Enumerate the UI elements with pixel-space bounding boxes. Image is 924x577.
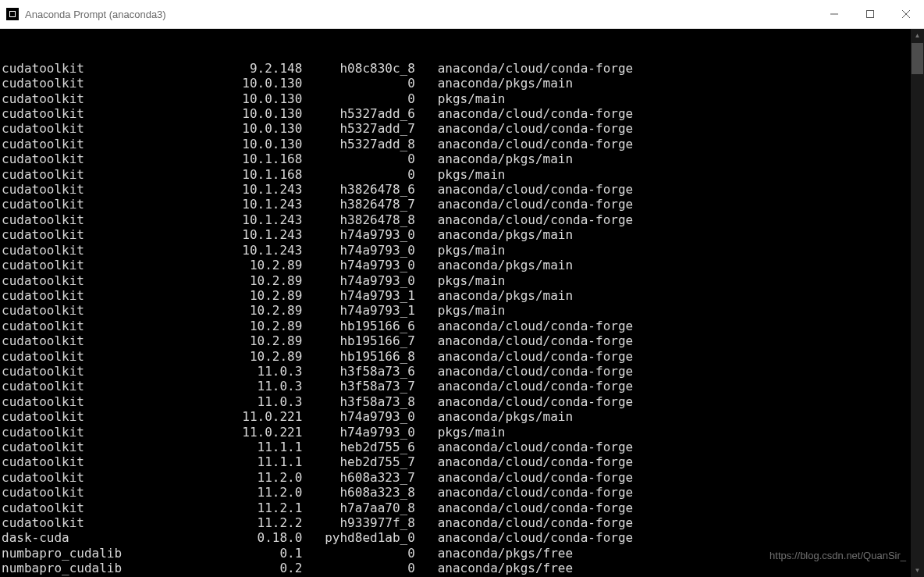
package-row: cudatoolkit10.2.89hb195166_6anaconda/clo… (2, 319, 911, 333)
package-row: cudatoolkit10.1.243h3826478_8anaconda/cl… (2, 212, 911, 227)
package-build: h7a7aa70_8 (302, 500, 437, 515)
package-channel: anaconda/cloud/conda-forge (438, 440, 633, 454)
package-build: h5327add_8 (302, 137, 437, 151)
scroll-up-icon[interactable]: ▲ (911, 29, 924, 42)
package-channel: anaconda/cloud/conda-forge (438, 333, 633, 348)
package-channel: pkgs/main (438, 91, 506, 106)
package-build: h74a9793_0 (302, 258, 437, 272)
package-row: dask-cuda0.18.0pyhd8ed1ab_0anaconda/clou… (2, 530, 911, 545)
terminal-container: cudatoolkit9.2.148h08c830c_8anaconda/clo… (0, 29, 924, 577)
package-row: cudatoolkit11.1.1heb2d755_6anaconda/clou… (2, 440, 911, 454)
package-version: 10.2.89 (167, 319, 302, 333)
package-version: 10.0.130 (167, 76, 302, 91)
package-channel: anaconda/pkgs/free (438, 546, 573, 561)
package-build: h74a9793_0 (302, 409, 437, 424)
package-build: h74a9793_0 (302, 243, 437, 258)
package-row: cudatoolkit10.2.89h74a9793_0anaconda/pkg… (2, 258, 911, 272)
vertical-scrollbar[interactable]: ▲ ▼ (911, 29, 924, 577)
package-row: cudatoolkit11.0.3h3f58a73_8anaconda/clou… (2, 394, 911, 409)
package-channel: anaconda/pkgs/free (438, 561, 573, 575)
package-row: cudatoolkit10.0.130h5327add_6anaconda/cl… (2, 106, 911, 121)
package-version: 11.0.3 (167, 379, 302, 394)
package-channel: anaconda/cloud/conda-forge (438, 212, 633, 227)
package-row: cudatoolkit10.2.89h74a9793_1anaconda/pkg… (2, 288, 911, 303)
package-version: 11.0.221 (167, 425, 302, 440)
package-version: 11.2.1 (167, 500, 302, 515)
scrollbar-thumb[interactable] (912, 43, 923, 74)
package-version: 9.2.148 (167, 61, 302, 76)
package-channel: anaconda/pkgs/main (438, 151, 573, 166)
package-channel: anaconda/cloud/conda-forge (438, 319, 633, 333)
package-channel: anaconda/cloud/conda-forge (438, 530, 633, 545)
package-build: 0 (302, 91, 437, 106)
package-row: cudatoolkit10.2.89h74a9793_1pkgs/main (2, 303, 911, 318)
package-build: heb2d755_7 (302, 454, 437, 469)
package-build: h608a323_8 (302, 485, 437, 500)
package-name: cudatoolkit (2, 379, 167, 394)
package-build: h3826478_8 (302, 212, 437, 227)
package-row: cudatoolkit10.0.1300anaconda/pkgs/main (2, 76, 911, 91)
package-row: cudatoolkit10.2.89hb195166_8anaconda/clo… (2, 349, 911, 364)
package-build: 0 (302, 167, 437, 182)
package-build: h933977f_8 (302, 515, 437, 530)
package-name: cudatoolkit (2, 288, 167, 303)
package-row: cudatoolkit10.2.89h74a9793_0pkgs/main (2, 273, 911, 288)
package-channel: anaconda/cloud/conda-forge (438, 197, 633, 212)
package-name: cudatoolkit (2, 425, 167, 440)
package-name: cudatoolkit (2, 394, 167, 409)
scroll-down-icon[interactable]: ▼ (911, 564, 924, 577)
package-build: 0 (302, 561, 437, 575)
package-version: 11.1.1 (167, 454, 302, 469)
app-icon (6, 8, 19, 20)
package-channel: anaconda/pkgs/main (438, 227, 573, 242)
package-name: dask-cuda (2, 530, 167, 545)
package-channel: anaconda/cloud/conda-forge (438, 394, 633, 409)
package-build: h74a9793_1 (302, 288, 437, 303)
package-name: cudatoolkit (2, 258, 167, 272)
minimize-button[interactable] (816, 0, 852, 28)
close-button[interactable] (888, 0, 924, 28)
package-build: h08c830c_8 (302, 61, 437, 76)
package-version: 11.2.0 (167, 485, 302, 500)
package-name: cudatoolkit (2, 515, 167, 530)
package-version: 11.0.3 (167, 364, 302, 379)
package-row: cudatoolkit10.0.130h5327add_7anaconda/cl… (2, 121, 911, 136)
package-version: 10.1.243 (167, 212, 302, 227)
package-row: cudatoolkit11.2.2h933977f_8anaconda/clou… (2, 515, 911, 530)
maximize-button[interactable] (852, 0, 888, 28)
package-row: cudatoolkit10.0.130h5327add_8anaconda/cl… (2, 137, 911, 151)
package-channel: pkgs/main (438, 273, 506, 288)
package-channel: pkgs/main (438, 243, 506, 258)
package-row: cudatoolkit9.2.148h08c830c_8anaconda/clo… (2, 61, 911, 76)
package-name: cudatoolkit (2, 227, 167, 242)
package-version: 10.0.130 (167, 137, 302, 151)
package-name: cudatoolkit (2, 137, 167, 151)
package-row: cudatoolkit10.1.243h3826478_6anaconda/cl… (2, 182, 911, 197)
package-version: 10.1.168 (167, 151, 302, 166)
package-channel: anaconda/cloud/conda-forge (438, 515, 633, 530)
package-channel: pkgs/main (438, 167, 506, 182)
package-version: 10.0.130 (167, 91, 302, 106)
package-build: h3f58a73_6 (302, 364, 437, 379)
package-row: cudatoolkit10.1.1680pkgs/main (2, 167, 911, 182)
package-row: cudatoolkit11.0.221h74a9793_0anaconda/pk… (2, 409, 911, 424)
window-title: Anaconda Prompt (anaconda3) (25, 9, 816, 20)
package-channel: anaconda/cloud/conda-forge (438, 182, 633, 197)
package-build: h5327add_7 (302, 121, 437, 136)
package-version: 11.2.2 (167, 515, 302, 530)
package-row: cudatoolkit10.1.1680anaconda/pkgs/main (2, 151, 911, 166)
package-build: pyhd8ed1ab_0 (302, 530, 437, 545)
package-version: 10.1.243 (167, 197, 302, 212)
package-build: h74a9793_0 (302, 273, 437, 288)
package-version: 10.1.168 (167, 167, 302, 182)
package-build: hb195166_7 (302, 333, 437, 348)
window-controls (816, 0, 924, 28)
package-build: 0 (302, 151, 437, 166)
package-channel: pkgs/main (438, 303, 506, 318)
package-name: cudatoolkit (2, 409, 167, 424)
terminal-output[interactable]: cudatoolkit9.2.148h08c830c_8anaconda/clo… (0, 29, 911, 577)
package-row: cudatoolkit10.2.89hb195166_7anaconda/clo… (2, 333, 911, 348)
package-channel: anaconda/pkgs/main (438, 76, 573, 91)
package-version: 10.2.89 (167, 273, 302, 288)
package-row: cudatoolkit11.2.0h608a323_7anaconda/clou… (2, 470, 911, 485)
